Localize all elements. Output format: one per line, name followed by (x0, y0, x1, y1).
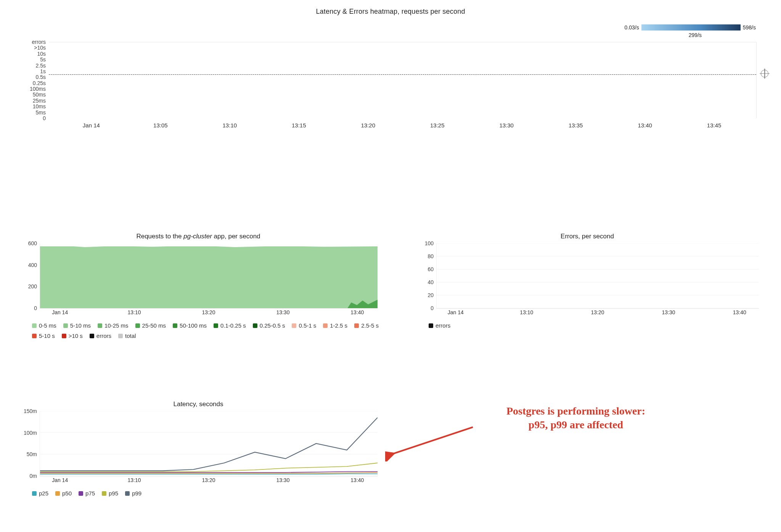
legend-label: 50-100 ms (180, 322, 207, 329)
x-tick: 13:40 (350, 309, 364, 315)
legend-label: >10 s (69, 333, 83, 339)
heatmap-y-tick: errors (32, 39, 46, 45)
legend-item[interactable]: 5-10 s (32, 333, 55, 339)
legend-item[interactable]: total (118, 333, 136, 339)
latency-chart-title: Latency, seconds (15, 400, 381, 408)
latency-plot-area[interactable]: 0m50m100m150m (40, 411, 378, 476)
heatmap-threshold-line (49, 74, 756, 75)
svg-rect-0 (40, 246, 378, 308)
latency-x-axis: Jan 1413:1013:2013:3013:40 (40, 476, 378, 485)
y-tick: 100 (415, 240, 434, 246)
x-tick: Jan 14 (52, 309, 68, 315)
legend-label: 1-2.5 s (330, 322, 347, 329)
legend-item[interactable]: 0-5 ms (32, 322, 56, 329)
heatmap-y-tick: 5ms (36, 109, 46, 116)
legend-label: p25 (39, 490, 48, 497)
legend-label: 2.5-5 s (361, 322, 379, 329)
legend-item[interactable]: errors (429, 322, 450, 329)
heatmap-y-tick: 0.5s (36, 74, 46, 80)
x-tick: 13:40 (733, 309, 746, 315)
errors-plot-area[interactable]: 020406080100 (436, 243, 759, 309)
heatmap-y-tick: 1s (40, 68, 46, 74)
heatmap-y-tick: 100ms (30, 86, 46, 92)
legend-item[interactable]: 5-10 ms (63, 322, 91, 329)
heatmap-y-tick: 50ms (33, 92, 46, 98)
requests-chart[interactable]: Requests to the pg-cluster app, per seco… (15, 233, 381, 339)
legend-item[interactable]: 0.25-0.5 s (253, 322, 285, 329)
legend-item[interactable]: 0.5-1 s (292, 322, 316, 329)
heatmap-panel[interactable]: errors>10s10s5s2.5s1s0.5s0.25s100ms50ms2… (15, 42, 766, 133)
latency-legend: p25p50p75p95p99 (32, 490, 381, 497)
gradient-bar (641, 24, 741, 31)
legend-item[interactable]: errors (90, 333, 111, 339)
legend-label: errors (96, 333, 111, 339)
y-tick: 0 (415, 305, 434, 311)
legend-item[interactable]: p50 (55, 490, 72, 497)
legend-item[interactable]: >10 s (62, 333, 83, 339)
legend-swatch (79, 491, 83, 496)
legend-item[interactable]: 50-100 ms (173, 322, 207, 329)
y-tick: 0 (19, 305, 37, 311)
svg-line-9 (393, 427, 473, 454)
x-tick: Jan 14 (448, 309, 464, 315)
crosshair-icon[interactable] (761, 70, 768, 77)
heatmap-x-axis: Jan 1413:0513:1013:1513:2013:2513:3013:3… (49, 121, 757, 133)
legend-swatch (253, 323, 257, 328)
x-tick: 13:40 (350, 477, 364, 483)
x-tick: Jan 14 (52, 477, 68, 483)
heatmap-y-tick: 25ms (33, 98, 46, 104)
requests-plot-area[interactable]: 0200400600 (40, 243, 378, 309)
latency-series-p95 (40, 463, 378, 472)
latency-chart[interactable]: Latency, seconds 0m50m100m150m Jan 1413:… (15, 400, 381, 497)
x-tick: 13:10 (223, 122, 237, 129)
requests-chart-title: Requests to the pg-cluster app, per seco… (15, 233, 381, 240)
legend-swatch (173, 323, 177, 328)
errors-legend: errors (429, 322, 763, 329)
legend-label: 0-5 ms (39, 322, 56, 329)
legend-item[interactable]: 2.5-5 s (354, 322, 379, 329)
x-tick: 13:10 (128, 309, 141, 315)
legend-label: 5-10 s (39, 333, 55, 339)
legend-swatch (125, 491, 130, 496)
legend-label: 0.1-0.25 s (220, 322, 246, 329)
legend-swatch (429, 323, 433, 328)
legend-item[interactable]: p99 (125, 490, 141, 497)
latency-series-p99 (40, 418, 378, 471)
legend-item[interactable]: p75 (79, 490, 95, 497)
y-tick: 80 (415, 253, 434, 259)
legend-swatch (323, 323, 328, 328)
y-tick: 40 (415, 279, 434, 285)
legend-item[interactable]: p25 (32, 490, 48, 497)
heatmap-gradient-legend: 0.03/s 299/s 598/s (622, 24, 758, 31)
legend-item[interactable]: 0.1-0.25 s (214, 322, 246, 329)
legend-swatch (135, 323, 140, 328)
legend-label: 10-25 ms (104, 322, 129, 329)
legend-item[interactable]: 1-2.5 s (323, 322, 347, 329)
heatmap-plot-area[interactable] (49, 42, 757, 118)
legend-label: 5-10 ms (70, 322, 91, 329)
errors-chart[interactable]: Errors, per second 020406080100 Jan 1413… (412, 233, 763, 329)
y-tick: 60 (415, 266, 434, 272)
x-tick: Jan 14 (83, 122, 100, 129)
errors-chart-title: Errors, per second (412, 233, 763, 240)
legend-item[interactable]: 10-25 ms (98, 322, 129, 329)
annotation-arrow-icon (385, 423, 477, 461)
x-tick: 13:35 (569, 122, 583, 129)
gradient-mid-label: 299/s (689, 32, 702, 38)
legend-swatch (90, 334, 94, 338)
requests-legend: 0-5 ms5-10 ms10-25 ms25-50 ms50-100 ms0.… (32, 322, 381, 339)
legend-swatch (214, 323, 218, 328)
x-tick: 13:30 (662, 309, 675, 315)
legend-item[interactable]: 25-50 ms (135, 322, 166, 329)
x-tick: 13:05 (153, 122, 168, 129)
legend-swatch (102, 491, 106, 496)
legend-label: p99 (132, 490, 141, 497)
requests-x-axis: Jan 1413:1013:2013:3013:40 (40, 309, 378, 317)
heatmap-y-tick: 5s (40, 56, 46, 63)
legend-swatch (118, 334, 123, 338)
legend-swatch (32, 334, 37, 338)
legend-item[interactable]: p95 (102, 490, 118, 497)
legend-swatch (32, 323, 37, 328)
x-tick: 13:45 (707, 122, 722, 129)
legend-swatch (63, 323, 68, 328)
